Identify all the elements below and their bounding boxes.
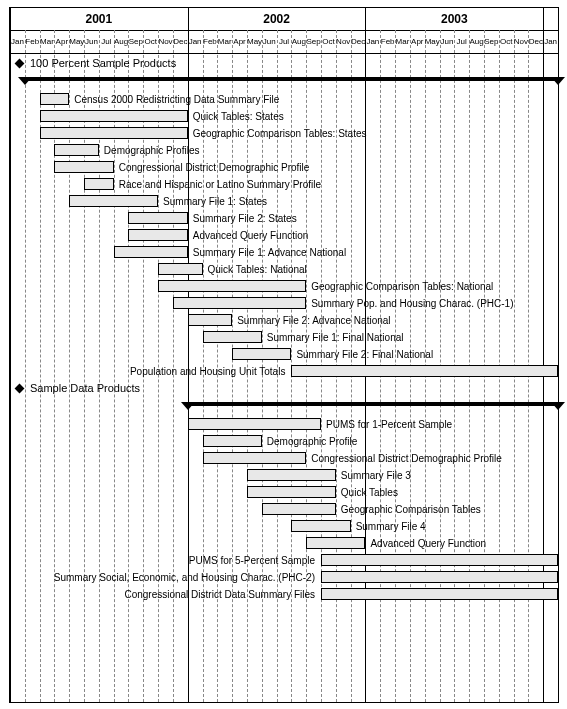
month-label: Aug [469, 30, 484, 53]
section-cap-icon [18, 77, 32, 85]
month-label: Dec [528, 30, 543, 53]
month-label: Sep [128, 30, 143, 53]
month-label: May [69, 30, 84, 53]
task-label: Population and Housing Unit Totals [130, 366, 285, 377]
gantt-chart: JanFebMarAprMayJunJulAugSepOctNovDecJanF… [9, 7, 559, 703]
task-label: Demographic Profiles [104, 145, 200, 156]
task-label: Congressional District Demographic Profi… [119, 162, 310, 173]
task-label: Summary File 1: Advance National [193, 247, 346, 258]
section-marker-icon [15, 59, 25, 69]
section-cap-icon [551, 402, 565, 410]
month-label: Jul [277, 30, 292, 53]
month-label: Aug [114, 30, 129, 53]
month-label: Jul [99, 30, 114, 53]
task-bar [247, 469, 336, 481]
month-label: Feb [380, 30, 395, 53]
task-label: Geographic Comparison Tables [341, 504, 481, 515]
section-label: 100 Percent Sample Products [30, 57, 176, 69]
month-label: May [247, 30, 262, 53]
task-bar [291, 365, 558, 377]
year-label: 2003 [365, 8, 543, 30]
year-label: 2002 [188, 8, 366, 30]
month-label: Jan [10, 30, 25, 53]
month-label: Jun [262, 30, 277, 53]
month-label: Oct [143, 30, 158, 53]
month-label: Sep [306, 30, 321, 53]
task-bar [40, 110, 188, 122]
month-label: Dec [351, 30, 366, 53]
month-label: May [425, 30, 440, 53]
task-label: Congressional District Demographic Profi… [311, 453, 502, 464]
task-bar [84, 178, 114, 190]
task-bar [69, 195, 158, 207]
month-label: Jan [188, 30, 203, 53]
task-bar [40, 93, 70, 105]
task-bar [173, 297, 306, 309]
task-label: Geographic Comparison Tables: States [193, 128, 367, 139]
month-label: Mar [395, 30, 410, 53]
task-bar [232, 348, 291, 360]
month-label: Apr [232, 30, 247, 53]
task-bar [291, 520, 350, 532]
task-label: Advanced Query Function [370, 538, 486, 549]
task-label: Summary File 3 [341, 470, 411, 481]
task-label: PUMS for 5-Percent Sample [189, 555, 315, 566]
month-label: Jan [543, 30, 558, 53]
task-label: Advanced Query Function [193, 230, 309, 241]
month-label: Jan [365, 30, 380, 53]
task-bar [203, 331, 262, 343]
task-label: Summary File 2: Final National [296, 349, 433, 360]
task-label: Census 2000 Redistricting Data Summary F… [74, 94, 279, 105]
month-label: Mar [217, 30, 232, 53]
month-label: Apr [54, 30, 69, 53]
task-label: Congressional District Data Summary File… [124, 589, 315, 600]
task-label: Summary Pop. and Housing Charac. (PHC-1) [311, 298, 513, 309]
section-span [25, 77, 558, 81]
task-label: Summary Social, Economic, and Housing Ch… [54, 572, 315, 583]
month-label: Apr [410, 30, 425, 53]
section-span [188, 402, 558, 406]
task-bar [262, 503, 336, 515]
task-label: Summary File 1: States [163, 196, 267, 207]
task-bar [128, 212, 187, 224]
task-label: PUMS for 1-Percent Sample [326, 419, 452, 430]
month-label: Jun [440, 30, 455, 53]
month-label: Nov [158, 30, 173, 53]
gantt-stage: JanFebMarAprMayJunJulAugSepOctNovDecJanF… [0, 0, 567, 709]
task-bar [321, 554, 558, 566]
task-bar [114, 246, 188, 258]
task-label: Quick Tables: National [208, 264, 307, 275]
task-bar [188, 418, 321, 430]
month-label: Feb [203, 30, 218, 53]
task-bar [54, 161, 113, 173]
section-label: Sample Data Products [30, 382, 140, 394]
month-label: Nov [514, 30, 529, 53]
task-bar [321, 588, 558, 600]
year-label: 2001 [10, 8, 188, 30]
task-bar [203, 452, 307, 464]
month-label: Sep [484, 30, 499, 53]
task-bar [128, 229, 187, 241]
month-label: Oct [499, 30, 514, 53]
section-cap-icon [181, 402, 195, 410]
task-label: Summary File 2: Advance National [237, 315, 390, 326]
month-label: Jul [454, 30, 469, 53]
task-label: Race and Hispanic or Latino Summary Prof… [119, 179, 321, 190]
task-bar [306, 537, 365, 549]
month-label: Nov [336, 30, 351, 53]
task-label: Summary File 2: States [193, 213, 297, 224]
task-bar [158, 263, 202, 275]
task-bar [203, 435, 262, 447]
section-marker-icon [15, 384, 25, 394]
task-label: Quick Tables [341, 487, 398, 498]
task-bar [40, 127, 188, 139]
section-cap-icon [551, 77, 565, 85]
month-label: Jun [84, 30, 99, 53]
task-bar [247, 486, 336, 498]
task-label: Summary File 1: Final National [267, 332, 404, 343]
task-bar [158, 280, 306, 292]
task-label: Summary File 4 [356, 521, 426, 532]
month-label: Dec [173, 30, 188, 53]
task-bar [321, 571, 558, 583]
task-label: Quick Tables: States [193, 111, 284, 122]
